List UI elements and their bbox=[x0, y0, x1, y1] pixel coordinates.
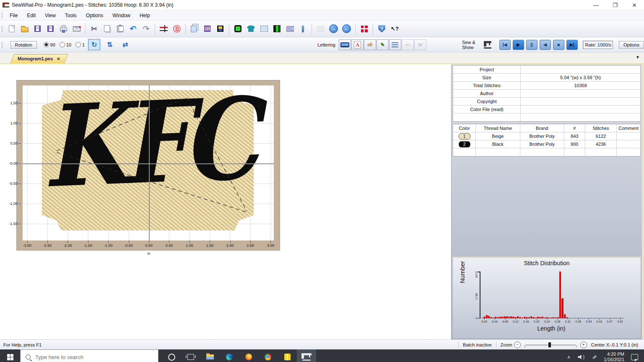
thread-stitches-cell[interactable]: 4236 bbox=[585, 140, 617, 148]
toolbar-grip[interactable] bbox=[1, 12, 3, 19]
taskbar-firefox-icon[interactable] bbox=[239, 349, 258, 362]
menu-edit[interactable]: Edit bbox=[22, 11, 40, 20]
taskbar-file-explorer-icon[interactable] bbox=[200, 349, 220, 362]
toolbar-grip[interactable] bbox=[1, 26, 3, 32]
menu-options[interactable]: Options bbox=[81, 11, 108, 20]
undo-button[interactable]: ↶ bbox=[127, 23, 140, 35]
close-button[interactable]: ✕ bbox=[625, 0, 644, 10]
menu-file[interactable]: File bbox=[5, 11, 22, 20]
volume-icon[interactable] bbox=[578, 354, 584, 359]
design-area[interactable]: KFC bbox=[23, 85, 274, 240]
lettering-monogram[interactable]: ab bbox=[364, 39, 376, 50]
thread-row[interactable]: 2BlackBrother Poly9004236 bbox=[453, 140, 641, 148]
toolbar-grip[interactable] bbox=[1, 41, 3, 48]
taskbar-cortana-icon[interactable] bbox=[162, 349, 181, 362]
thread-code-cell[interactable]: 843 bbox=[564, 132, 585, 140]
hoop-grid-button[interactable] bbox=[157, 23, 170, 35]
menu-help[interactable]: Help bbox=[135, 11, 155, 20]
minimize-button[interactable]: — bbox=[586, 0, 605, 10]
thread-name-cell[interactable]: Black bbox=[476, 140, 520, 148]
thread-color-cell[interactable]: 1 bbox=[453, 132, 476, 140]
save-d1-button[interactable]: D1 bbox=[201, 23, 214, 35]
garment-button[interactable] bbox=[244, 23, 257, 35]
project-field-value[interactable] bbox=[521, 98, 641, 106]
thread-color-cell[interactable]: 2 bbox=[453, 140, 476, 148]
rotate-button[interactable]: ↻ bbox=[88, 39, 100, 50]
thread-stitches-cell[interactable]: 6122 bbox=[585, 132, 617, 140]
lettering-icon-mode[interactable]: ICON bbox=[339, 39, 351, 50]
lettering-applique[interactable]: ✎ bbox=[377, 39, 389, 50]
menu-view[interactable]: View bbox=[40, 11, 60, 20]
fabric-palette-button[interactable] bbox=[283, 23, 296, 35]
flip-vertical-button[interactable]: ⇅ bbox=[104, 39, 116, 50]
open-file-button[interactable] bbox=[18, 23, 31, 35]
skip-end-button[interactable]: ▶| bbox=[566, 40, 578, 50]
zoom-slider[interactable] bbox=[524, 342, 577, 348]
taskbar-edge-icon[interactable] bbox=[220, 349, 239, 362]
skip-start-button[interactable]: |◀ bbox=[499, 40, 511, 50]
menu-tools[interactable]: Tools bbox=[60, 11, 81, 20]
copy-button[interactable] bbox=[101, 23, 114, 35]
thread-colors-button[interactable] bbox=[270, 23, 283, 35]
cut-button[interactable]: ✂ bbox=[88, 23, 101, 35]
menu-window[interactable]: Window bbox=[108, 11, 135, 20]
project-field-value[interactable] bbox=[521, 66, 641, 74]
rate-field[interactable]: Rate: 1000/s bbox=[583, 41, 613, 49]
taskbar-search[interactable] bbox=[20, 349, 158, 362]
restore-button[interactable]: ❐ bbox=[605, 0, 625, 10]
rotation-radio-10[interactable]: 10 bbox=[60, 42, 71, 47]
next-design-button[interactable]: → bbox=[327, 23, 340, 35]
sewing-machine-icon[interactable] bbox=[484, 41, 491, 49]
lettering-font[interactable]: A bbox=[351, 39, 364, 50]
project-field-value[interactable]: 10358 bbox=[521, 82, 641, 90]
paste-button[interactable] bbox=[114, 23, 127, 35]
thread-name-cell[interactable]: Beige bbox=[476, 132, 520, 140]
redo-button[interactable]: ↷ bbox=[140, 23, 153, 35]
prev-design-button[interactable]: ← bbox=[340, 23, 353, 35]
play-button[interactable]: ▶ bbox=[513, 40, 524, 50]
pen-icon[interactable]: ✎ bbox=[591, 354, 598, 359]
brand-b-button[interactable]: Ⓑ bbox=[170, 23, 183, 35]
print-button[interactable] bbox=[57, 23, 70, 35]
start-button[interactable] bbox=[0, 349, 20, 362]
stop-button[interactable]: ■ bbox=[553, 40, 564, 50]
tab-list-dropdown-icon[interactable]: ▼ bbox=[636, 55, 640, 59]
stitch-pen-button[interactable] bbox=[296, 23, 309, 35]
project-field-value[interactable]: 5.04 "(w) x 3.59 "(h) bbox=[521, 74, 641, 82]
design-canvas[interactable]: KFC -3.00-2.50-2.00-1.50-1.00-0.500.000.… bbox=[0, 64, 452, 339]
thread-row[interactable]: 1BeigeBrother Poly8436122 bbox=[453, 132, 641, 140]
save-as-button[interactable] bbox=[44, 23, 57, 35]
frame-select-button[interactable] bbox=[257, 23, 270, 35]
flip-horizontal-button[interactable]: ⇄ bbox=[119, 39, 131, 50]
taskbar-clock[interactable]: 4:20 PM 1/16/2021 bbox=[604, 352, 624, 362]
hoop-select-button[interactable] bbox=[231, 23, 244, 35]
rotation-radio-90[interactable]: 90 bbox=[44, 42, 55, 47]
tab-close-icon[interactable]: ✕ bbox=[57, 57, 60, 61]
color-blocks-button[interactable] bbox=[358, 23, 371, 35]
save-button[interactable] bbox=[31, 23, 44, 35]
project-field-value[interactable] bbox=[521, 90, 641, 98]
new-file-button[interactable] bbox=[5, 23, 18, 35]
taskbar-task-view-icon[interactable] bbox=[181, 349, 200, 362]
pause-button[interactable]: || bbox=[526, 40, 538, 50]
taskbar-sewwhat-pro-icon[interactable] bbox=[297, 349, 316, 362]
thread-comment-cell[interactable] bbox=[617, 132, 641, 140]
pages-button[interactable] bbox=[188, 23, 201, 35]
options-button[interactable]: Options bbox=[619, 41, 644, 49]
rotation-radio-1[interactable]: 1 bbox=[75, 42, 85, 47]
help-button[interactable]: ? bbox=[375, 23, 388, 35]
project-field-value[interactable] bbox=[521, 106, 641, 114]
taskbar-yellow-app-icon[interactable] bbox=[278, 349, 297, 362]
tab-monogram1[interactable]: Monogram1.pes ✕ bbox=[10, 54, 65, 63]
taskbar-chrome-icon[interactable] bbox=[258, 349, 278, 362]
step-back-button[interactable]: ◀ bbox=[540, 40, 551, 50]
zoom-in-button[interactable]: + bbox=[580, 341, 587, 348]
context-help-button[interactable]: ↖? bbox=[388, 23, 401, 35]
thread-brand-cell[interactable]: Brother Poly bbox=[520, 140, 564, 148]
save-machine-button[interactable] bbox=[214, 23, 227, 35]
notification-center-icon[interactable] bbox=[631, 354, 638, 360]
thread-comment-cell[interactable] bbox=[617, 140, 641, 148]
zoom-out-button[interactable]: − bbox=[514, 341, 521, 348]
tray-chevron-icon[interactable]: ∧ bbox=[567, 354, 570, 360]
lettering-align[interactable] bbox=[389, 39, 401, 50]
